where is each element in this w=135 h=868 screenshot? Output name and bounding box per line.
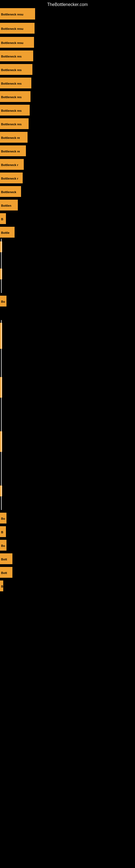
bar-item: Bottleneck res	[0, 63, 32, 75]
bar-item: Bottleneck r	[0, 172, 23, 184]
bar-label: Bo	[0, 296, 6, 307]
bar-label: Bottleneck r	[0, 159, 24, 170]
bar-item: Bo	[0, 539, 6, 551]
bar-item: Bottleneck re	[0, 145, 26, 157]
bar-item: Bottlen	[0, 199, 18, 211]
bar-label: Bottleneck re	[0, 132, 28, 143]
bar-item: B	[0, 526, 6, 538]
bar-item: Bottleneck r	[0, 158, 24, 170]
bar-label: Bottleneck resu	[0, 23, 35, 34]
bar-label: Bott	[0, 567, 12, 578]
bar-item: Bottleneck res	[0, 91, 31, 102]
bar-label: Bottleneck res	[0, 78, 31, 88]
bar-item: Bottle	[0, 226, 14, 238]
bar-item: Bott	[0, 553, 12, 565]
bar-item: Bottleneck res	[0, 118, 29, 130]
bar-item: Bottleneck res	[0, 77, 31, 89]
bar-label: Bottle	[0, 227, 14, 238]
vertical-line	[1, 239, 2, 266]
bar-item: Bottleneck	[0, 186, 21, 197]
bar-label: Bottleneck res	[0, 51, 33, 61]
bar-label: B	[0, 526, 6, 537]
vertical-line	[1, 266, 2, 293]
bar-label: Bo	[0, 540, 6, 551]
bar-item: Bott	[0, 566, 12, 578]
vertical-line	[1, 429, 2, 483]
bar-label: Bottleneck res	[0, 64, 32, 75]
vertical-line	[1, 320, 2, 374]
bar-item: Bottleneck resu	[0, 22, 35, 34]
bar-label: Bott	[0, 553, 12, 564]
bar-item: Bo	[0, 295, 6, 307]
bar-item: Bottleneck re	[0, 131, 28, 143]
bar-label: Bottleneck re	[0, 145, 26, 156]
bar-label: Bottleneck res	[0, 118, 29, 129]
bar-label: Bottleneck r	[0, 173, 23, 183]
bar-label: Bottleneck resu	[0, 37, 34, 48]
bar-label: Bottlen	[0, 199, 18, 211]
bar-item: Bottleneck res	[0, 50, 33, 62]
bar-item: Bottleneck resu	[0, 36, 34, 48]
bar-label: Bottleneck res	[0, 91, 31, 102]
bar-item: Bo	[0, 512, 6, 524]
bar-item: Bottleneck resu	[0, 8, 35, 20]
bar-item: B	[0, 580, 3, 592]
bar-label: B	[0, 213, 6, 224]
bar-label: Bo	[0, 513, 6, 524]
bar-item: Bottleneck res	[0, 104, 30, 116]
vertical-line	[1, 483, 2, 510]
vertical-line	[1, 374, 2, 429]
bar-label: Bottleneck resu	[0, 8, 35, 20]
bar-label: B	[0, 581, 3, 591]
bar-label: Bottleneck res	[0, 105, 30, 116]
bar-label: Bottleneck	[0, 186, 21, 197]
bar-item: B	[0, 213, 6, 225]
